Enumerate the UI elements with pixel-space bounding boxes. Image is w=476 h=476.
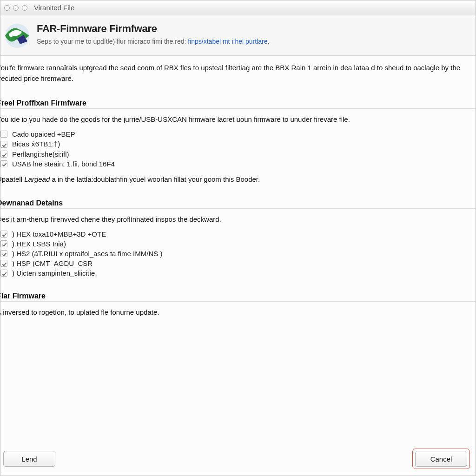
intro-paragraph: You'fe firmware rannaîrals uptgread the … <box>0 62 476 91</box>
checkbox-icon[interactable] <box>0 240 7 247</box>
checkbox-icon[interactable] <box>0 151 7 158</box>
section1-body: You ide io you hade do the goods for the… <box>0 114 476 125</box>
dialog-footer: Lend Cancel <box>0 444 476 476</box>
subtitle-text: Seps to your me to updítle) flur micraco… <box>37 38 188 45</box>
checkbox-icon[interactable] <box>0 141 7 148</box>
dialog-subtitle: Seps to your me to updítle) flur micraco… <box>37 38 470 45</box>
checkbox-icon[interactable] <box>0 260 7 267</box>
list-item-label: ) HEX toxa10+MBB+3D +OTE <box>12 230 106 238</box>
close-window-button[interactable] <box>4 5 10 11</box>
list-item: Cado upaiced +BEP <box>0 130 476 138</box>
list-item: ) HSP (CMT_AGDU_CSR <box>0 259 476 267</box>
list-item-label: ) Uicten sampinten_sliicitíe. <box>12 269 97 277</box>
app-icon <box>3 23 33 49</box>
list-item-label: ) HEX LSBS Inia) <box>12 240 66 248</box>
dialog-content: You'fe firmware rannaîrals uptgread the … <box>0 56 476 444</box>
lend-button[interactable]: Lend <box>3 451 55 467</box>
section2-list: ) HEX toxa10+MBB+3D +OTE ) HEX LSBS Inia… <box>0 230 476 277</box>
section1-list: Cado upaiced +BEP Bicas ẋ6TB1:†) Perllan… <box>0 130 476 168</box>
list-item: Perllangi:she(si:ifl) <box>0 150 476 158</box>
list-item-label: USAB lne steain: 1.fii, bond 16F4 <box>12 160 115 168</box>
section2-title: Dewnanad Detains <box>0 191 476 209</box>
section1-after-italic: Largead <box>24 175 50 183</box>
default-button-ring: Cancel <box>412 449 470 469</box>
zoom-window-button[interactable] <box>22 5 27 11</box>
list-item: ) HS2 (áT.RIUI x optraifol_ases ta fime … <box>0 250 476 258</box>
list-item: ) HEX LSBS Inia) <box>0 240 476 248</box>
titlebar[interactable]: Viranited File <box>0 0 476 15</box>
section3-body: A inversed to rogetíon, to uplated fle f… <box>0 307 476 318</box>
window-controls <box>4 5 27 11</box>
section1-after-rest: a in the lattla:doublathfin ycuel woorla… <box>50 175 260 183</box>
checkbox-icon[interactable] <box>0 250 7 257</box>
subtitle-link[interactable]: finps/xtabel mt i:hel purtlare. <box>188 38 269 45</box>
cancel-button[interactable]: Cancel <box>415 451 467 467</box>
checkbox-icon[interactable] <box>0 131 7 138</box>
list-item-label: Perllangi:she(si:ifl) <box>12 150 69 158</box>
minimize-window-button[interactable] <box>13 5 19 11</box>
section1-after: Upaatell Largead a in the lattla:doublat… <box>0 174 476 185</box>
list-item: USAB lne steain: 1.fii, bond 16F4 <box>0 160 476 168</box>
checkbox-icon[interactable] <box>0 231 7 238</box>
list-item-label: ) HS2 (áT.RIUI x optraifol_ases ta fime … <box>12 250 162 258</box>
list-item: ) Uicten sampinten_sliicitíe. <box>0 269 476 277</box>
list-item-label: ) HSP (CMT_AGDU_CSR <box>12 259 93 267</box>
list-item: ) HEX toxa10+MBB+3D +OTE <box>0 230 476 238</box>
list-item-label: Bicas ẋ6TB1:†) <box>12 140 60 148</box>
section1-title: Freel Proffixan Firmfware <box>0 91 476 109</box>
dialog-window: Viranited File FAR-Fimnware Firmfware Se… <box>0 0 476 476</box>
list-item: Bicas ẋ6TB1:†) <box>0 140 476 148</box>
checkbox-icon[interactable] <box>0 160 7 167</box>
section3-title: Flar Firmware <box>0 284 476 302</box>
list-item-label: Cado upaiced +BEP <box>12 130 75 138</box>
dialog-header: FAR-Fimnware Firmfware Seps to your me t… <box>0 15 476 56</box>
dialog-title: FAR-Fimnware Firmfware <box>37 23 470 35</box>
section1-after-prefix: Upaatell <box>0 175 24 183</box>
window-title: Viranited File <box>34 4 74 12</box>
section2-body: Des it arn-therup firenvved chene they p… <box>0 214 476 225</box>
checkbox-icon[interactable] <box>0 270 7 277</box>
